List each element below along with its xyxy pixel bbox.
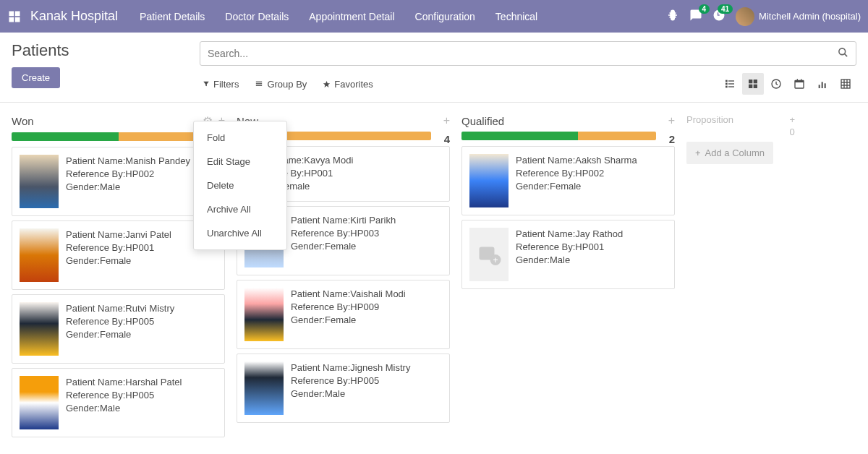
card-info: Patient Name:Jignesh MistryReference By:…: [291, 361, 410, 415]
card-info: Patient Name:Janvi PatelReference By:HP0…: [66, 228, 171, 282]
plus-icon: +: [695, 147, 701, 158]
plus-icon[interactable]: +: [668, 114, 675, 127]
card-info: Patient Name:Manish PandeyReference By:H…: [66, 155, 190, 208]
menu-edit-stage[interactable]: Edit Stage: [194, 150, 286, 174]
kanban-column: Qualified+2Patient Name:Aaksh SharmaRefe…: [461, 114, 675, 294]
svg-rect-0: [9, 11, 14, 16]
patient-card[interactable]: Patient Name:Harshal PatelReference By:H…: [12, 368, 225, 437]
view-list-icon[interactable]: [719, 73, 741, 95]
nav-patient-details[interactable]: Patient Details: [140, 11, 205, 22]
svg-text:+: +: [493, 255, 498, 265]
search-icon[interactable]: [838, 47, 848, 61]
subheader: Patients Create Filters Group By: [0, 33, 868, 95]
kanban-board: Won⚙+Patient Name:Manish PandeyReference…: [0, 102, 868, 453]
patient-card[interactable]: Patient Name:Jignesh MistryReference By:…: [237, 354, 450, 423]
patient-thumb: [244, 361, 284, 415]
patient-card[interactable]: Patient Name:Vaishali ModiReference By:H…: [237, 280, 450, 349]
svg-rect-7: [256, 83, 262, 84]
brand-title[interactable]: Kanak Hospital: [30, 9, 118, 24]
activity-badge: 41: [718, 4, 733, 14]
card-info: Patient Name:Jay RathodReference By:HP00…: [516, 228, 623, 281]
svg-rect-6: [256, 82, 262, 82]
view-kanban-icon[interactable]: [742, 73, 764, 95]
chat-icon[interactable]: 4: [689, 9, 702, 25]
svg-rect-3: [15, 17, 20, 22]
card-info: Patient Name:Kirti ParikhReference By:HP…: [291, 214, 396, 267]
view-activity-icon[interactable]: [765, 73, 787, 95]
proposition-label: Proposition: [686, 114, 733, 137]
patient-card[interactable]: +Patient Name:Jay RathodReference By:HP0…: [461, 220, 675, 289]
create-button[interactable]: Create: [12, 67, 60, 88]
menu-unarchive-all[interactable]: Unarchive All: [194, 221, 286, 245]
column-count: 2: [669, 133, 675, 145]
patient-card[interactable]: Patient Name:Rutvi MistryReference By:HP…: [12, 294, 225, 364]
svg-rect-13: [726, 86, 728, 88]
patient-thumb: [20, 155, 59, 208]
search-box[interactable]: [200, 41, 856, 66]
column-count: 4: [444, 133, 450, 145]
svg-rect-2: [9, 17, 14, 22]
patient-thumb: [469, 154, 509, 207]
add-column-button[interactable]: +Add a Column: [686, 142, 773, 164]
bug-icon[interactable]: [666, 9, 679, 25]
page-title: Patients: [12, 41, 200, 60]
menu-fold[interactable]: Fold: [194, 126, 286, 150]
top-nav: Kanak Hospital Patient Details Doctor De…: [0, 0, 868, 33]
svg-rect-17: [749, 85, 752, 88]
svg-rect-15: [749, 80, 752, 83]
filters-button[interactable]: Filters: [203, 79, 239, 90]
svg-rect-10: [728, 80, 734, 81]
nav-doctor-details[interactable]: Doctor Details: [225, 11, 289, 22]
favorites-button[interactable]: Favorites: [323, 79, 373, 90]
apps-icon[interactable]: [7, 9, 22, 24]
activity-icon[interactable]: 41: [712, 9, 726, 25]
card-info: Patient Name:Rutvi MistryReference By:HP…: [66, 302, 174, 356]
chat-badge: 4: [699, 4, 710, 14]
svg-rect-14: [728, 86, 734, 87]
view-graph-icon[interactable]: [812, 73, 833, 95]
patient-thumb: [20, 376, 59, 429]
user-menu[interactable]: Mitchell Admin (hospital): [736, 7, 861, 26]
patient-card[interactable]: Patient Name:Aaksh SharmaReference By:HP…: [461, 146, 675, 215]
view-pivot-icon[interactable]: [835, 73, 856, 95]
add-column-area: Proposition+0+Add a Column: [686, 114, 795, 164]
patient-thumb: [20, 302, 59, 356]
nav-technical[interactable]: Technical: [495, 11, 537, 22]
filters-label: Filters: [213, 79, 239, 90]
svg-rect-11: [726, 83, 728, 85]
nav-items: Patient Details Doctor Details Appointme…: [140, 11, 537, 22]
groupby-label: Group By: [267, 79, 307, 90]
patient-thumb: [20, 228, 59, 282]
progress-bar[interactable]: [461, 132, 656, 140]
svg-rect-12: [728, 83, 734, 84]
groupby-button[interactable]: Group By: [255, 79, 307, 90]
svg-rect-26: [825, 83, 826, 88]
view-calendar-icon[interactable]: [788, 73, 810, 95]
svg-rect-18: [754, 85, 757, 88]
plus-icon[interactable]: +: [443, 114, 450, 127]
svg-rect-25: [822, 82, 823, 88]
svg-rect-21: [795, 80, 804, 82]
svg-rect-9: [726, 80, 728, 82]
patient-thumb: [244, 288, 284, 341]
svg-line-5: [844, 53, 847, 56]
plus-icon[interactable]: +: [789, 114, 795, 125]
view-switcher: [719, 73, 856, 95]
menu-delete[interactable]: Delete: [194, 174, 286, 197]
card-info: Patient Name:Harshal PatelReference By:H…: [66, 376, 182, 429]
nav-appointment-detail[interactable]: Appointment Detail: [309, 11, 394, 22]
user-name: Mitchell Admin (hospital): [759, 11, 861, 22]
card-info: Patient Name:Vaishali ModiReference By:H…: [291, 288, 406, 341]
column-title: Won: [12, 115, 34, 127]
placeholder-image-icon: +: [469, 228, 509, 281]
svg-rect-1: [15, 11, 20, 16]
favorites-label: Favorites: [334, 79, 373, 90]
card-info: Patient Name:Aaksh SharmaReference By:HP…: [516, 154, 637, 207]
svg-rect-24: [819, 85, 820, 88]
search-input[interactable]: [208, 48, 838, 59]
column-title: Qualified: [461, 115, 504, 127]
menu-archive-all[interactable]: Archive All: [194, 197, 286, 221]
nav-configuration[interactable]: Configuration: [415, 11, 475, 22]
column-context-menu: Fold Edit Stage Delete Archive All Unarc…: [193, 121, 287, 250]
avatar: [736, 7, 754, 26]
